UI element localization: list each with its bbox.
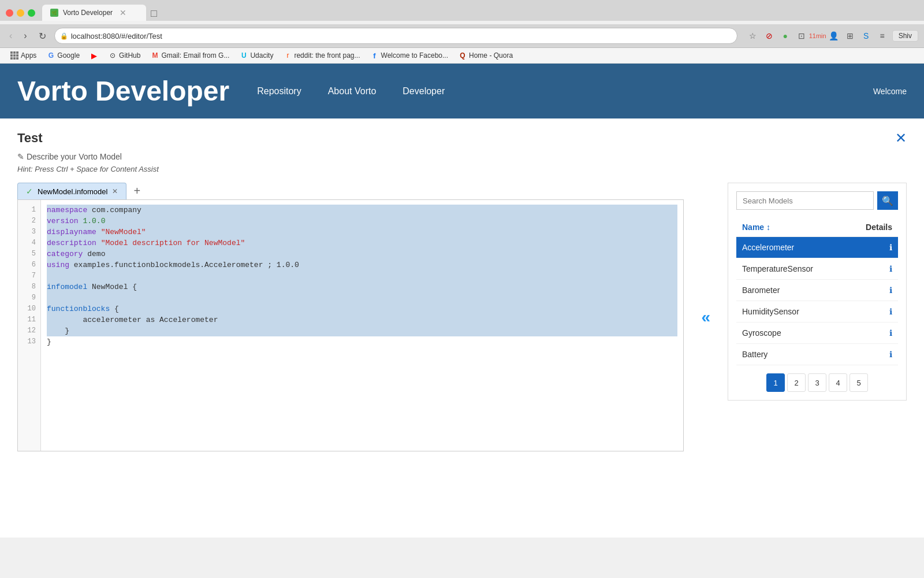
editor-tab-close-icon[interactable]: ✕	[112, 187, 118, 195]
model-name-temperature: TemperatureSensor	[742, 264, 813, 273]
bookmark-reddit[interactable]: r reddit: the front pag...	[279, 50, 364, 61]
bookmark-google[interactable]: G Google	[42, 50, 84, 61]
tab-close-icon[interactable]: ✕	[120, 8, 126, 17]
star-icon[interactable]: ☆	[747, 29, 759, 42]
model-name-accelerometer: Accelerometer	[742, 243, 794, 252]
code-content[interactable]: namespace com.company version 1.0.0 disp…	[41, 200, 683, 451]
code-line-6: using examples.functionblockmodels.Accel…	[47, 260, 677, 271]
bookmark-quora[interactable]: Q Home - Quora	[454, 50, 517, 61]
model-row-battery[interactable]: Battery ℹ	[736, 344, 898, 365]
model-info-icon-accelerometer[interactable]: ℹ	[889, 243, 892, 252]
address-wrap: 🔒 localhost:8080/#/editor/Test	[54, 28, 737, 44]
search-models-button[interactable]: 🔍	[877, 191, 898, 210]
close-page-button[interactable]: ✕	[895, 130, 907, 146]
page-btn-4[interactable]: 4	[829, 373, 847, 392]
page-btn-5[interactable]: 5	[850, 373, 868, 392]
editor-tab-newmodel[interactable]: ✓ NewModel.infomodel ✕	[17, 183, 126, 199]
forward-button[interactable]: ›	[20, 29, 30, 42]
lock-icon: 🔒	[60, 32, 68, 40]
bookmark-github[interactable]: ⊙ GitHub	[104, 50, 145, 61]
add-tab-button[interactable]: +	[129, 184, 145, 198]
address-input[interactable]: localhost:8080/#/editor/Test	[54, 28, 737, 44]
bookmarks-bar: Apps G Google ▶ ⊙ GitHub M Gmail: Email …	[0, 48, 924, 64]
bookmark-github-label: GitHub	[119, 51, 140, 60]
back-button[interactable]: ‹	[6, 29, 16, 42]
bookmark-gmail[interactable]: M Gmail: Email from G...	[146, 50, 234, 61]
code-line-16	[47, 369, 677, 380]
page-subtitle: ✎ Describe your Vorto Model	[17, 152, 907, 161]
collapse-btn-area: «	[701, 183, 710, 451]
model-list-header: Name ↕ Details	[736, 218, 898, 237]
code-line-20	[47, 413, 677, 424]
nav-repository[interactable]: Repository	[252, 84, 305, 99]
skype-icon[interactable]: S	[860, 29, 873, 42]
minimize-window-button[interactable]	[17, 9, 24, 17]
app-title: Vorto Developer	[17, 75, 229, 107]
maximize-window-button[interactable]	[28, 9, 35, 17]
model-row-accelerometer[interactable]: Accelerometer ℹ	[736, 237, 898, 258]
cast2-icon[interactable]: ⊞	[844, 29, 856, 42]
github-icon: ⊙	[109, 51, 117, 60]
code-line-15	[47, 358, 677, 369]
line-num-6: 6	[18, 260, 40, 271]
line-num-2: 2	[18, 216, 40, 227]
bookmark-facebook[interactable]: f Welcome to Facebo...	[366, 50, 453, 61]
nav-developer[interactable]: Developer	[398, 84, 449, 99]
page-btn-2[interactable]: 2	[787, 373, 806, 392]
model-info-icon-barometer[interactable]: ℹ	[889, 286, 892, 295]
titlebar: 🌿 Vorto Developer ✕ □	[6, 5, 918, 21]
model-row-gyroscope[interactable]: Gyroscope ℹ	[736, 323, 898, 344]
code-line-9	[47, 292, 677, 303]
bookmark-udacity[interactable]: U Udacity	[235, 50, 278, 61]
profile-button[interactable]: Shiv	[892, 30, 918, 42]
model-row-humidity[interactable]: HumiditySensor ℹ	[736, 301, 898, 323]
nav-about-vorto[interactable]: About Vorto	[323, 84, 381, 99]
cast-icon[interactable]: ⊡	[795, 29, 808, 42]
adblocker-icon[interactable]: ⊘	[763, 29, 776, 42]
browser-actions: ☆ ⊘ ● ⊡ 11min 👤 ⊞ S ≡ Shiv	[747, 29, 918, 42]
line-num-13: 13	[18, 336, 40, 347]
model-info-icon-gyroscope[interactable]: ℹ	[889, 328, 892, 338]
vpn-icon[interactable]: ●	[779, 29, 792, 42]
editor-container: ✓ NewModel.infomodel ✕ + 1 2 3 4 5 6	[17, 183, 907, 451]
search-models-input[interactable]	[736, 191, 874, 210]
model-row-temperature[interactable]: TemperatureSensor ℹ	[736, 258, 898, 280]
code-editor[interactable]: 1 2 3 4 5 6 7 8 9 10 11 12 13	[17, 199, 684, 451]
extension1-icon[interactable]: 11min	[811, 29, 824, 42]
line-numbers: 1 2 3 4 5 6 7 8 9 10 11 12 13	[18, 200, 41, 451]
model-info-icon-battery[interactable]: ℹ	[889, 350, 892, 359]
header-welcome: Welcome	[873, 87, 907, 96]
close-window-button[interactable]	[6, 9, 13, 17]
page-btn-3[interactable]: 3	[808, 373, 826, 392]
page-content: Test ✕ ✎ Describe your Vorto Model Hint:…	[0, 118, 924, 523]
bookmark-youtube[interactable]: ▶	[85, 50, 103, 61]
bookmark-udacity-label: Udacity	[250, 51, 273, 60]
menu-icon[interactable]: ≡	[876, 29, 889, 42]
page-header: Test ✕	[17, 130, 907, 146]
model-info-icon-humidity[interactable]: ℹ	[889, 307, 892, 316]
header-nav: Repository About Vorto Developer	[252, 84, 449, 99]
model-list-sort-name[interactable]: Name ↕	[742, 223, 770, 232]
bookmark-gmail-label: Gmail: Email from G...	[161, 51, 229, 60]
code-line-22	[47, 435, 677, 446]
sidebar-panel: 🔍 Name ↕ Details Accelerometer ℹ Tem	[728, 183, 907, 401]
apps-icon	[10, 51, 18, 60]
editor-sidebar: 🔍 Name ↕ Details Accelerometer ℹ Tem	[728, 183, 907, 451]
model-name-humidity: HumiditySensor	[742, 307, 799, 316]
reload-button[interactable]: ↻	[35, 29, 50, 43]
code-line-11: accelerometer as Accelerometer	[47, 314, 677, 325]
facebook-icon: f	[371, 51, 379, 60]
tab-favicon-icon: 🌿	[50, 9, 58, 17]
extension2-icon[interactable]: 👤	[828, 29, 840, 42]
page-btn-1[interactable]: 1	[766, 373, 785, 392]
collapse-sidebar-button[interactable]: «	[701, 308, 710, 327]
model-info-icon-temperature[interactable]: ℹ	[889, 264, 892, 273]
line-num-4: 4	[18, 238, 40, 249]
bookmark-apps[interactable]: Apps	[6, 50, 41, 61]
app-header: Vorto Developer Repository About Vorto D…	[0, 64, 924, 118]
code-line-21	[47, 424, 677, 435]
new-tab-button[interactable]: □	[146, 6, 162, 21]
model-row-barometer[interactable]: Barometer ℹ	[736, 280, 898, 301]
search-row: 🔍	[736, 191, 898, 210]
active-browser-tab[interactable]: 🌿 Vorto Developer ✕	[42, 5, 146, 21]
